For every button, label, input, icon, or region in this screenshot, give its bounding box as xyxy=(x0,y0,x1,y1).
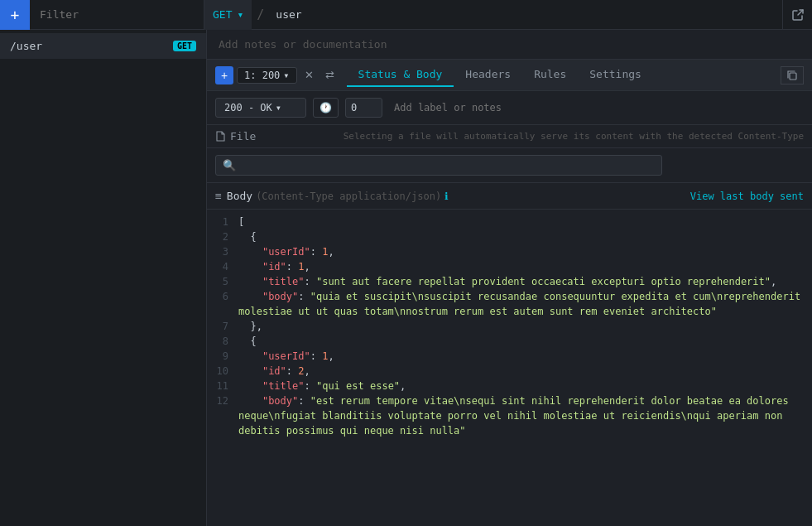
main-layout: /user GET Add notes or documentation + 1… xyxy=(0,30,812,526)
tab-rules[interactable]: Rules xyxy=(522,63,578,87)
add-response-button[interactable]: + xyxy=(215,66,233,84)
chevron-down-icon: ▾ xyxy=(237,8,243,21)
file-label: File xyxy=(215,130,256,142)
sidebar: /user GET xyxy=(0,30,207,526)
body-header: ≡ Body (Content-Type application/json) ℹ… xyxy=(207,183,812,210)
content-panel: Add notes or documentation + 1: 200 ▾ ✕ … xyxy=(207,30,812,526)
external-link-icon xyxy=(791,8,805,22)
tab-headers[interactable]: Headers xyxy=(454,63,522,87)
file-search-inner: 🔍 xyxy=(215,155,662,176)
file-info: Selecting a file will automatically serv… xyxy=(262,131,804,142)
chevron-down-icon: ▾ xyxy=(283,70,289,81)
method-badge: GET xyxy=(173,41,196,51)
method-dropdown[interactable]: GET ▾ xyxy=(204,0,252,30)
copy-button[interactable] xyxy=(781,66,804,84)
code-editor[interactable]: 1 [ 2 { 3 "userId": 1, 4 "id": 1, 5 xyxy=(207,210,812,526)
code-line: 2 { xyxy=(207,229,812,244)
file-path-input[interactable] xyxy=(241,160,655,171)
file-row: File Selecting a file will automatically… xyxy=(207,125,812,148)
body-label: Body xyxy=(227,190,252,202)
file-icon xyxy=(215,131,226,142)
external-link-button[interactable] xyxy=(782,0,812,30)
delay-input[interactable] xyxy=(345,98,382,118)
notes-placeholder: Add notes or documentation xyxy=(219,38,387,51)
response-selector-value: 1: 200 xyxy=(244,70,280,81)
delete-response-button[interactable]: ✕ xyxy=(300,66,318,84)
content-type-label: (Content-Type application/json) xyxy=(256,191,441,202)
add-tab-button[interactable]: + xyxy=(0,0,30,30)
view-last-body-link[interactable]: View last body sent xyxy=(690,191,804,202)
copy-icon xyxy=(786,70,798,81)
tab-status-body[interactable]: Status & Body xyxy=(347,63,454,87)
label-input[interactable] xyxy=(389,99,804,117)
search-icon: 🔍 xyxy=(223,159,236,171)
status-row: 200 - OK ▾ 🕐 xyxy=(207,91,812,125)
file-search-row: 🔍 xyxy=(207,148,812,183)
code-line: 1 [ xyxy=(207,215,812,229)
code-line: 9 "userId": 1, xyxy=(207,349,812,364)
code-line: 8 { xyxy=(207,334,812,349)
duplicate-response-button[interactable]: ⇄ xyxy=(321,66,339,84)
body-icon: ≡ xyxy=(215,190,222,202)
status-value: 200 - OK xyxy=(224,102,272,113)
svg-rect-0 xyxy=(790,73,796,80)
top-bar: + GET ▾ / xyxy=(0,0,812,30)
delay-button[interactable]: 🕐 xyxy=(313,98,339,118)
sidebar-item-label: /user xyxy=(10,40,42,52)
url-slash: / xyxy=(252,7,269,22)
code-line: 7 }, xyxy=(207,319,812,334)
info-icon: ℹ xyxy=(444,191,449,202)
response-header: + 1: 200 ▾ ✕ ⇄ Status & Body Headers Rul… xyxy=(207,60,812,91)
code-line: 11 "title": "qui est esse", xyxy=(207,379,812,393)
tab-settings[interactable]: Settings xyxy=(578,63,653,87)
notes-bar[interactable]: Add notes or documentation xyxy=(207,30,812,60)
response-selector[interactable]: 1: 200 ▾ xyxy=(237,67,297,84)
code-line: 6 "body": "quia et suscipit\nsuscipit re… xyxy=(207,289,812,319)
status-dropdown[interactable]: 200 - OK ▾ xyxy=(215,98,306,118)
response-actions: ✕ ⇄ xyxy=(300,66,339,84)
code-line: 12 "body": "est rerum tempore vitae\nseq… xyxy=(207,393,812,438)
code-line: 3 "userId": 1, xyxy=(207,244,812,259)
chevron-down-icon: ▾ xyxy=(276,102,281,113)
code-line: 4 "id": 1, xyxy=(207,259,812,274)
method-label: GET xyxy=(213,8,232,21)
code-line: 5 "title": "sunt aut facere repellat pro… xyxy=(207,274,812,289)
response-area: + 1: 200 ▾ ✕ ⇄ Status & Body Headers Rul… xyxy=(207,60,812,526)
filter-input[interactable] xyxy=(30,0,204,30)
code-line: 10 "id": 2, xyxy=(207,364,812,379)
url-input[interactable] xyxy=(269,0,782,30)
tab-bar: Status & Body Headers Rules Settings xyxy=(347,63,653,87)
sidebar-item-user[interactable]: /user GET xyxy=(0,33,206,59)
